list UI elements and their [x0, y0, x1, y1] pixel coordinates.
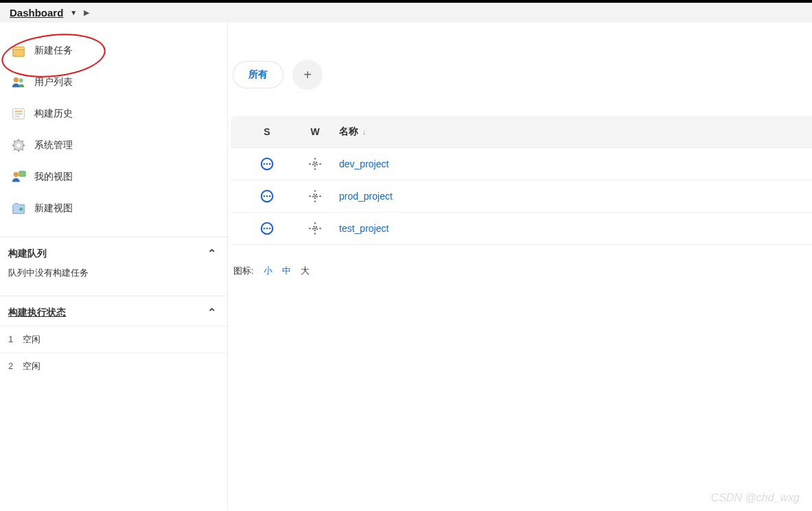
svg-point-37: [314, 195, 316, 197]
table-row: dev_project: [231, 147, 812, 180]
legend-large[interactable]: 大: [301, 265, 310, 277]
job-table: S W 名称↓ dev_project pr: [231, 116, 812, 244]
myview-icon: [11, 169, 26, 185]
build-queue-header[interactable]: 构建队列 ⌃: [0, 237, 227, 267]
sidebar-item-label: 系统管理: [34, 139, 73, 152]
view-tabs: 所有 +: [233, 60, 812, 90]
sidebar-item-users[interactable]: 用户列表: [0, 67, 227, 98]
legend-label: 图标:: [233, 265, 254, 277]
svg-rect-0: [13, 49, 25, 56]
svg-point-23: [264, 163, 266, 165]
executor-state: 空闲: [23, 361, 40, 371]
sidebar-item-label: 新建视图: [34, 202, 73, 215]
svg-point-47: [314, 228, 316, 229]
executor-number: 1: [8, 334, 13, 344]
svg-rect-19: [19, 171, 25, 176]
status-icon-cell: [243, 221, 291, 236]
users-icon: [11, 75, 26, 90]
col-weather[interactable]: W: [291, 126, 339, 137]
col-status[interactable]: S: [243, 126, 291, 137]
executor-number: 2: [8, 361, 13, 371]
weather-unknown-icon: [308, 189, 323, 204]
svg-line-16: [14, 149, 15, 150]
svg-point-9: [16, 143, 21, 147]
svg-point-27: [314, 163, 316, 165]
build-queue-title: 构建队列: [8, 248, 47, 260]
newview-icon: [11, 201, 26, 216]
sidebar-item-manage[interactable]: 系统管理: [0, 130, 227, 161]
chevron-right-icon: ▶: [84, 8, 89, 17]
sidebar-item-label: 构建历史: [34, 108, 73, 120]
weather-icon-cell: [291, 156, 339, 171]
svg-line-17: [22, 141, 23, 142]
gear-icon: [11, 138, 26, 153]
svg-point-43: [264, 228, 266, 230]
job-name-link[interactable]: test_project: [339, 223, 800, 234]
svg-point-24: [266, 163, 268, 165]
icon-size-legend: 图标: 小 中 大: [231, 265, 812, 277]
executor-status-title: 构建执行状态: [8, 307, 66, 319]
box-icon: [11, 43, 26, 58]
sidebar-item-label: 用户列表: [34, 76, 73, 88]
sidebar-item-new-view[interactable]: 新建视图: [0, 193, 227, 224]
chevron-up-icon: ⌃: [207, 247, 216, 260]
tab-add[interactable]: +: [292, 60, 323, 90]
sort-down-icon: ↓: [362, 128, 367, 136]
svg-line-15: [22, 149, 23, 150]
executor-row: 1 空闲: [0, 326, 227, 353]
svg-point-44: [266, 228, 268, 230]
svg-point-2: [14, 78, 19, 82]
sidebar-item-label: 新建任务: [34, 45, 73, 57]
weather-icon-cell: [291, 189, 339, 204]
sidebar-item-label: 我的视图: [34, 171, 73, 183]
svg-line-14: [14, 141, 15, 142]
svg-point-33: [264, 195, 266, 198]
legend-medium[interactable]: 中: [282, 265, 291, 277]
not-built-icon: [259, 221, 275, 236]
svg-point-18: [14, 172, 19, 177]
tab-all[interactable]: 所有: [233, 62, 283, 88]
sidebar-item-build-history[interactable]: 构建历史: [0, 98, 227, 130]
not-built-icon: [259, 189, 275, 204]
svg-point-3: [19, 78, 23, 82]
col-name[interactable]: 名称↓: [339, 126, 800, 138]
breadcrumb-dashboard[interactable]: Dashboard: [10, 7, 63, 19]
legend-small[interactable]: 小: [264, 265, 272, 277]
svg-rect-1: [13, 47, 25, 50]
weather-unknown-icon: [308, 156, 323, 171]
breadcrumb: Dashboard ▼ ▶: [0, 3, 812, 23]
executor-state: 空闲: [23, 334, 40, 344]
sidebar-item-new-job[interactable]: 新建任务: [0, 35, 227, 67]
executor-status-header[interactable]: 构建执行状态 ⌃: [0, 296, 227, 326]
table-row: test_project: [231, 212, 812, 244]
history-icon: [11, 106, 26, 121]
svg-point-45: [269, 228, 271, 230]
status-icon-cell: [243, 189, 291, 204]
weather-icon-cell: [291, 221, 339, 236]
table-row: prod_project: [231, 180, 812, 212]
sidebar: 新建任务 用户列表 构建历史 系统管理 我的视图: [0, 23, 228, 510]
build-queue-empty: 队列中没有构建任务: [0, 267, 227, 289]
weather-unknown-icon: [308, 221, 323, 236]
not-built-icon: [259, 156, 275, 171]
table-header: S W 名称↓: [231, 116, 812, 147]
caret-down-icon[interactable]: ▼: [70, 9, 77, 16]
svg-point-35: [269, 195, 271, 198]
chevron-up-icon: ⌃: [207, 306, 216, 319]
sidebar-item-my-views[interactable]: 我的视图: [0, 161, 227, 193]
executor-row: 2 空闲: [0, 353, 227, 379]
svg-point-25: [269, 163, 271, 165]
svg-point-34: [266, 195, 268, 198]
main-content: 所有 + S W 名称↓ dev_project: [228, 23, 812, 510]
job-name-link[interactable]: prod_project: [339, 191, 800, 202]
job-name-link[interactable]: dev_project: [339, 158, 800, 169]
status-icon-cell: [243, 156, 291, 171]
